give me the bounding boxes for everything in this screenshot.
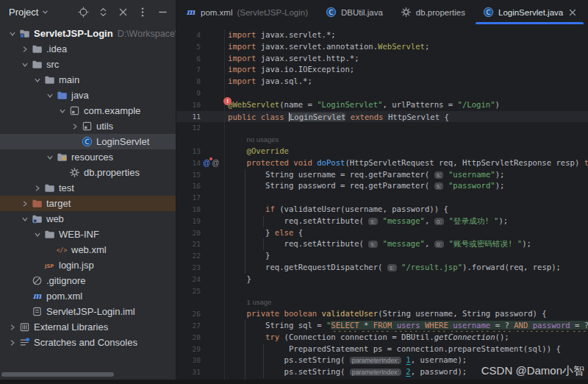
code-line-26[interactable]: 26 private boolean validateUser(String u… <box>176 308 588 320</box>
code-line-12[interactable]: 12 <box>176 122 588 134</box>
gutter-line-number[interactable]: 28 <box>176 332 201 344</box>
tree-item-db-properties[interactable]: db.properties <box>0 165 176 180</box>
code-editor[interactable]: 4import javax.servlet.*;5import javax.se… <box>176 24 588 384</box>
gutter-line-number[interactable]: 27 <box>176 320 201 332</box>
gutter-line-number[interactable]: 18 <box>176 204 201 216</box>
code-line-9[interactable]: 9 <box>176 88 588 99</box>
chevron-expanded-icon[interactable] <box>18 216 31 222</box>
gutter-line-number[interactable]: 25 <box>176 285 201 297</box>
gutter-line-number[interactable]: 13 <box>176 146 201 157</box>
chevron-collapsed-icon[interactable] <box>68 124 81 129</box>
gutter-line-number[interactable]: 29 <box>176 344 201 355</box>
tree-item-external-libraries[interactable]: External Libraries <box>0 319 176 335</box>
chevron-expanded-icon[interactable] <box>6 31 18 37</box>
horizontal-scrollbar[interactable] <box>1 372 114 377</box>
close-icon[interactable] <box>569 9 576 16</box>
gutter-line-number[interactable]: 12 <box>176 122 201 134</box>
chevron-expanded-icon[interactable] <box>43 154 56 160</box>
tree-item-idea[interactable]: .idea <box>0 41 176 57</box>
chevron-expanded-icon[interactable] <box>31 232 43 238</box>
code-line-16[interactable]: 16 String password = req.getParameter( s… <box>176 180 588 192</box>
error-badge-icon[interactable]: ! <box>223 97 232 105</box>
more-options-icon[interactable] <box>137 7 148 18</box>
code-line-25[interactable]: 25 <box>176 285 588 297</box>
code-line-27[interactable]: 27 String sql = "SELECT * FROM users WHE… <box>176 320 588 332</box>
gutter-line-number[interactable]: 26 <box>176 308 201 320</box>
code-line-5[interactable]: 5import javax.servlet.annotation.WebServ… <box>176 41 588 53</box>
gutter-line-number[interactable]: 10 <box>176 99 201 111</box>
overriding-method-icon[interactable]: @ <box>203 159 210 168</box>
tree-item-login-jsp[interactable]: JSPlogin.jsp <box>0 257 176 273</box>
tree-item-java[interactable]: java <box>0 88 176 103</box>
gutter-line-number[interactable]: 8 <box>176 76 201 88</box>
tab-loginservlet-java[interactable]: CLoginServlet.java <box>474 0 585 24</box>
code-line-8[interactable]: 8import java.sql.*; <box>176 76 588 88</box>
code-line-10[interactable]: 10@WebServlet(name = "LoginServlet", url… <box>176 99 588 111</box>
gutter-line-number[interactable]: 14 <box>176 157 201 169</box>
chevron-expanded-icon[interactable] <box>18 62 31 68</box>
gutter-line-number[interactable]: 5 <box>176 41 201 53</box>
tree-item-web-xml[interactable]: </>web.xml <box>0 242 176 257</box>
tree-item-scratches-and-consoles[interactable]: Scratches and Consoles <box>0 335 176 350</box>
tree-item-resources[interactable]: resources <box>0 149 176 165</box>
gutter-line-number[interactable] <box>176 296 201 308</box>
chevron-expanded-icon[interactable] <box>43 93 56 99</box>
gutter-line-number[interactable]: 24 <box>176 274 201 285</box>
chevron-collapsed-icon[interactable] <box>18 201 31 207</box>
gutter-line-number[interactable]: 16 <box>176 180 201 192</box>
gutter-line-number[interactable]: 31 <box>176 366 201 378</box>
tab-db-properties[interactable]: db.properties <box>392 0 474 24</box>
code-line-7[interactable]: 7import java.io.IOException; <box>176 64 588 76</box>
code-line-6[interactable]: 6import javax.servlet.http.*; <box>176 53 588 65</box>
chevron-collapsed-icon[interactable] <box>18 46 31 52</box>
tree-item-gitignore[interactable]: .gitignore <box>0 273 176 288</box>
collapse-all-icon[interactable] <box>117 7 129 18</box>
expand-collapse-icon[interactable] <box>97 7 109 18</box>
gutter-line-number[interactable]: 4 <box>176 29 201 41</box>
tree-item-com-example[interactable]: com.example <box>0 103 176 118</box>
annotation-icon[interactable]: @ <box>212 159 219 168</box>
tree-item-servletjsp-login-iml[interactable]: ServletJSP-Login.iml <box>0 304 176 319</box>
tree-item-src[interactable]: src <box>0 57 176 72</box>
gutter-line-number[interactable]: 17 <box>176 192 201 204</box>
gutter-line-number[interactable]: 19 <box>176 216 201 227</box>
tree-item-target[interactable]: target <box>0 196 176 211</box>
gutter-line-number[interactable] <box>176 134 201 146</box>
chevron-expanded-icon[interactable] <box>31 77 43 83</box>
tree-item-loginservlet[interactable]: CLoginServlet <box>0 134 176 149</box>
tree-item-test[interactable]: test <box>0 180 176 196</box>
code-line-4[interactable]: 4import javax.servlet.*; <box>176 29 588 41</box>
gutter-line-number[interactable]: 9 <box>176 88 201 99</box>
code-line-24[interactable]: 24 } <box>176 274 588 285</box>
chevron-expanded-icon[interactable] <box>56 108 68 114</box>
gutter-line-number[interactable]: 21 <box>176 238 201 250</box>
code-line-20[interactable]: 20 } else { <box>176 227 588 239</box>
gutter-line-number[interactable]: 20 <box>176 227 201 239</box>
code-line-15[interactable]: 15 String username = req.getParameter( s… <box>176 169 588 181</box>
gutter-line-number[interactable]: 15 <box>176 169 201 181</box>
code-line-11[interactable]: 11public class LoginServlet extends Http… <box>176 111 588 123</box>
tab-pom-xml[interactable]: mpom.xml (ServletJSP-Login) <box>176 0 317 24</box>
locate-file-icon[interactable] <box>77 7 89 18</box>
tree-item-utils[interactable]: utils <box>0 118 176 134</box>
tree-item-web[interactable]: web <box>0 211 176 227</box>
tree-item-servletjsp-login[interactable]: ServletJSP-LoginD:\Workspace\ServletJSP <box>0 26 176 41</box>
tree-item-pom-xml[interactable]: mpom.xml <box>0 288 176 304</box>
project-view-dropdown[interactable]: Project <box>9 7 49 18</box>
code-line-21[interactable]: 21 req.setAttribute( s: "message", o: "账… <box>176 238 588 250</box>
chevron-collapsed-icon[interactable] <box>6 324 18 330</box>
code-line-29[interactable]: 29 PreparedStatement ps = connection.pre… <box>176 344 588 355</box>
gutter-line-number[interactable]: 6 <box>176 53 201 65</box>
gutter-line-number[interactable]: 30 <box>176 355 201 366</box>
code-line-14[interactable]: 14@@ protected void doPost(HttpServletRe… <box>176 157 588 169</box>
tree-item-web-inf[interactable]: WEB-INF <box>0 227 176 242</box>
inlay-hint-line[interactable]: no usages <box>176 134 588 146</box>
gutter-line-number[interactable]: 23 <box>176 262 201 274</box>
code-line-13[interactable]: 13 @Override <box>176 146 588 157</box>
tree-item-main[interactable]: main <box>0 72 176 88</box>
tab-dbutil-java[interactable]: CDBUtil.java <box>317 0 392 24</box>
inlay-hint-line[interactable]: 1 usage <box>176 296 588 308</box>
code-line-22[interactable]: 22 } <box>176 250 588 262</box>
gutter-line-number[interactable]: 11 <box>176 111 201 123</box>
chevron-collapsed-icon[interactable] <box>6 340 18 346</box>
